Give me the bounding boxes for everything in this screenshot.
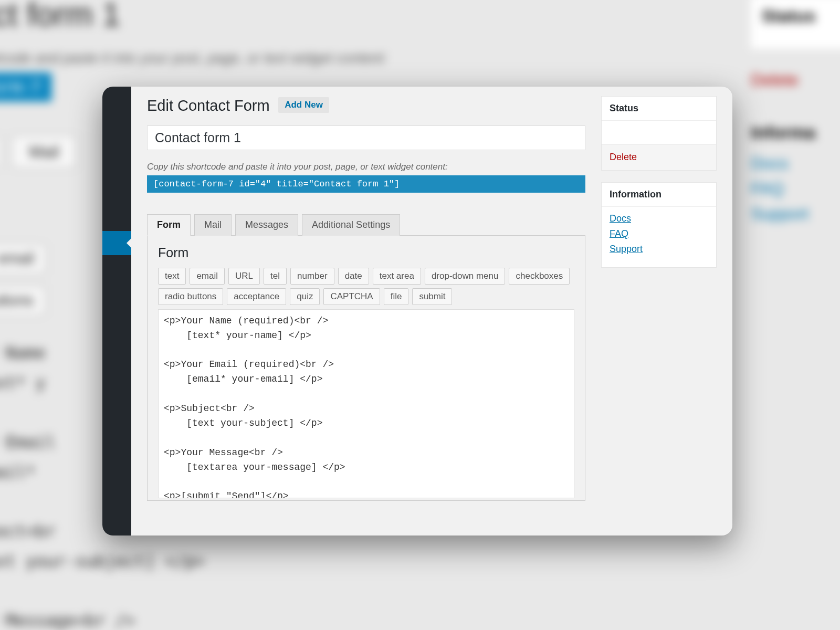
faq-link[interactable]: FAQ [610, 228, 708, 239]
tag-btn-quiz[interactable]: quiz [290, 288, 320, 305]
tab-form[interactable]: Form [147, 214, 191, 236]
add-new-button[interactable]: Add New [278, 97, 329, 113]
tag-btn-acceptance[interactable]: acceptance [227, 288, 286, 305]
shortcode-display[interactable]: [contact-form-7 id="4" title="Contact fo… [147, 175, 585, 193]
tag-btn-text[interactable]: text [158, 268, 186, 285]
tag-btn-file[interactable]: file [384, 288, 409, 305]
information-metabox: Information Docs FAQ Support [601, 182, 717, 268]
panel-heading: Form [158, 245, 574, 260]
tag-btn-radio[interactable]: radio buttons [158, 288, 223, 305]
tab-mail[interactable]: Mail [194, 214, 232, 236]
tag-btn-url[interactable]: URL [228, 268, 260, 285]
form-panel: Form text email URL tel number date text… [147, 236, 585, 501]
tag-btn-textarea[interactable]: text area [373, 268, 421, 285]
tag-btn-email[interactable]: email [190, 268, 225, 285]
tag-generator-buttons: text email URL tel number date text area… [158, 268, 574, 305]
tab-additional-settings[interactable]: Additional Settings [302, 214, 400, 236]
delete-link[interactable]: Delete [610, 152, 637, 162]
tabs: Form Mail Messages Additional Settings [147, 214, 585, 236]
tag-btn-tel[interactable]: tel [264, 268, 287, 285]
form-title-input[interactable] [147, 125, 585, 150]
shortcode-hint: Copy this shortcode and paste it into yo… [147, 162, 585, 172]
docs-link[interactable]: Docs [610, 213, 708, 224]
tag-btn-submit[interactable]: submit [412, 288, 452, 305]
information-heading: Information [602, 183, 716, 207]
tag-btn-checkboxes[interactable]: checkboxes [509, 268, 570, 285]
tag-btn-captcha[interactable]: CAPTCHA [323, 288, 380, 305]
status-heading: Status [602, 97, 716, 121]
admin-sidebar [102, 87, 131, 536]
page-title: Edit Contact Form [147, 96, 270, 116]
status-metabox: Status Delete [601, 96, 717, 171]
tag-btn-date[interactable]: date [338, 268, 369, 285]
sidebar-active-indicator [102, 231, 131, 255]
tab-messages[interactable]: Messages [235, 214, 298, 236]
support-link[interactable]: Support [610, 244, 708, 255]
form-template-textarea[interactable] [158, 309, 574, 498]
editor-modal: Edit Contact Form Add New Copy this shor… [102, 87, 732, 536]
tag-btn-dropdown[interactable]: drop-down menu [425, 268, 506, 285]
tag-btn-number[interactable]: number [290, 268, 334, 285]
